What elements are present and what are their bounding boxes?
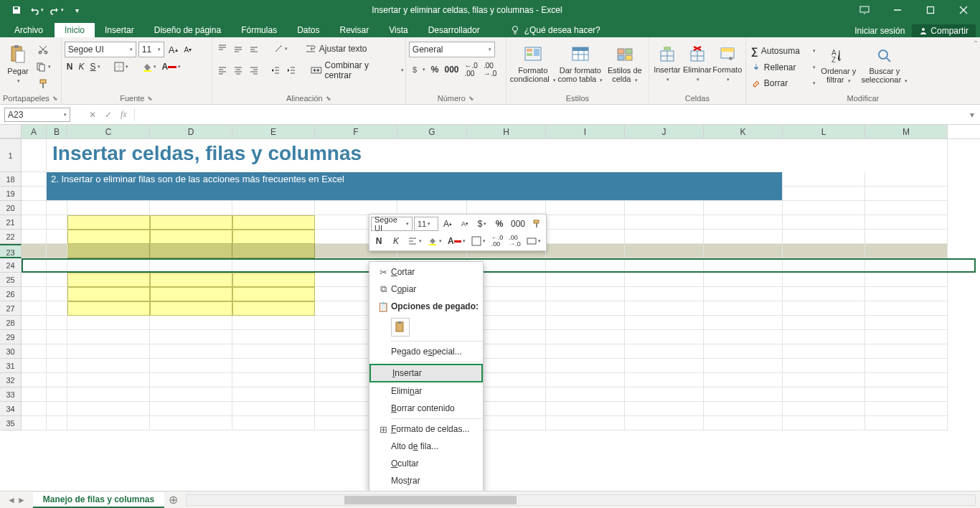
row-header-28[interactable]: 28 <box>0 316 22 330</box>
fx-button[interactable]: fx <box>121 109 127 120</box>
collapse-ribbon-button[interactable]: ˆ <box>974 40 977 50</box>
cell[interactable] <box>67 215 150 230</box>
cell[interactable] <box>232 301 315 316</box>
col-header-K[interactable]: K <box>704 125 783 138</box>
cell[interactable] <box>546 201 625 215</box>
fill-button[interactable]: Rellenar▾ <box>749 60 818 75</box>
underline-button[interactable]: S▾ <box>88 60 103 74</box>
cell[interactable] <box>865 301 948 316</box>
font-color-button[interactable]: A▾ <box>160 60 184 74</box>
cell[interactable] <box>150 244 232 258</box>
cut-button[interactable] <box>33 42 53 57</box>
row-header-23[interactable]: 23 <box>0 244 22 258</box>
format-cells-button[interactable]: Formato▾ <box>712 39 743 89</box>
cell[interactable] <box>22 344 47 359</box>
cell[interactable] <box>865 416 948 431</box>
ctx-delete[interactable]: Eliminar <box>369 382 483 400</box>
ctx-row-height[interactable]: Alto de fila... <box>369 438 483 455</box>
cell[interactable] <box>546 244 625 258</box>
sort-filter-button[interactable]: AZ Ordenar y filtrar ▾ <box>818 40 859 90</box>
cell[interactable] <box>22 402 47 416</box>
mini-fill-color[interactable]: ▾ <box>425 233 444 249</box>
cell[interactable] <box>546 387 625 402</box>
tab-view[interactable]: Vista <box>379 23 418 37</box>
cell[interactable] <box>865 359 948 373</box>
sheet-nav-next[interactable]: ► <box>17 495 26 505</box>
row-header-24[interactable]: 24 <box>0 258 22 273</box>
mini-font-name[interactable]: Segoe UI▾ <box>371 217 413 231</box>
cell[interactable] <box>865 373 948 387</box>
cell[interactable] <box>67 230 150 244</box>
mini-font-size[interactable]: 11▾ <box>414 217 438 231</box>
cell[interactable] <box>67 301 150 316</box>
cell[interactable] <box>150 344 232 359</box>
delete-cells-button[interactable]: Eliminar▾ <box>682 39 712 89</box>
number-launcher[interactable]: ⬊ <box>468 95 474 102</box>
cell[interactable] <box>704 244 783 258</box>
cell[interactable] <box>865 244 948 258</box>
col-header-F[interactable]: F <box>315 125 397 138</box>
cell[interactable] <box>67 344 150 359</box>
cancel-formula-button[interactable]: ✕ <box>89 110 96 120</box>
cell[interactable] <box>22 258 47 273</box>
paste-button[interactable]: Pegar▾ <box>3 39 33 89</box>
row-header-32[interactable]: 32 <box>0 373 22 387</box>
mini-align[interactable]: ▾ <box>405 233 424 249</box>
col-header-D[interactable]: D <box>150 125 232 138</box>
align-right-button[interactable] <box>247 63 261 77</box>
align-bottom-button[interactable] <box>247 42 261 56</box>
align-center-button[interactable] <box>231 63 245 77</box>
cell[interactable] <box>22 330 47 344</box>
cell[interactable] <box>704 344 783 359</box>
cell[interactable] <box>704 287 783 301</box>
italic-button[interactable]: K <box>77 60 87 74</box>
cell[interactable] <box>783 187 865 201</box>
cell[interactable] <box>704 215 783 230</box>
qat-customize[interactable]: ▾ <box>67 1 86 19</box>
mini-dec-decimal[interactable]: .00→.0 <box>507 233 523 249</box>
row-header-26[interactable]: 26 <box>0 287 22 301</box>
cell[interactable] <box>22 244 47 258</box>
cell[interactable] <box>865 230 948 244</box>
share-button[interactable]: Compartir <box>912 24 976 37</box>
cell[interactable] <box>150 416 232 431</box>
row-header-21[interactable]: 21 <box>0 215 22 230</box>
row-header-33[interactable]: 33 <box>0 387 22 402</box>
cell[interactable] <box>704 258 783 273</box>
redo-button[interactable]: ▾ <box>47 1 66 19</box>
ctx-show[interactable]: Mostrar <box>369 472 483 489</box>
cell[interactable] <box>232 416 315 431</box>
cell[interactable] <box>467 201 546 215</box>
cell[interactable] <box>783 416 865 431</box>
cell[interactable] <box>865 344 948 359</box>
cell[interactable] <box>783 287 865 301</box>
cell[interactable] <box>67 244 150 258</box>
cell[interactable] <box>625 201 704 215</box>
align-middle-button[interactable] <box>231 42 245 56</box>
cell[interactable] <box>232 373 315 387</box>
cell[interactable] <box>546 416 625 431</box>
ctx-clear-contents[interactable]: Borrar contenido <box>369 400 483 417</box>
add-sheet-button[interactable]: ⊕ <box>164 493 182 507</box>
cell[interactable] <box>22 139 47 172</box>
cell[interactable] <box>67 287 150 301</box>
cell[interactable] <box>22 187 47 201</box>
cell[interactable] <box>67 330 150 344</box>
select-all-corner[interactable] <box>0 125 22 138</box>
ctx-hide[interactable]: Ocultar <box>369 455 483 472</box>
row-header-25[interactable]: 25 <box>0 273 22 287</box>
cell[interactable] <box>625 387 704 402</box>
align-top-button[interactable] <box>215 42 230 56</box>
cell-styles-button[interactable]: Estilos de celda ▾ <box>604 39 646 89</box>
cell[interactable] <box>783 402 865 416</box>
cell[interactable] <box>783 258 865 273</box>
cell[interactable] <box>704 273 783 287</box>
col-header-J[interactable]: J <box>625 125 704 138</box>
mini-grow-font[interactable]: A▴ <box>440 216 456 232</box>
insert-cells-button[interactable]: Insertar▾ <box>652 39 682 89</box>
cell[interactable] <box>625 330 704 344</box>
cell[interactable] <box>232 359 315 373</box>
cell[interactable] <box>546 215 625 230</box>
tab-developer[interactable]: Desarrollador <box>418 23 490 37</box>
cell[interactable] <box>47 201 67 215</box>
